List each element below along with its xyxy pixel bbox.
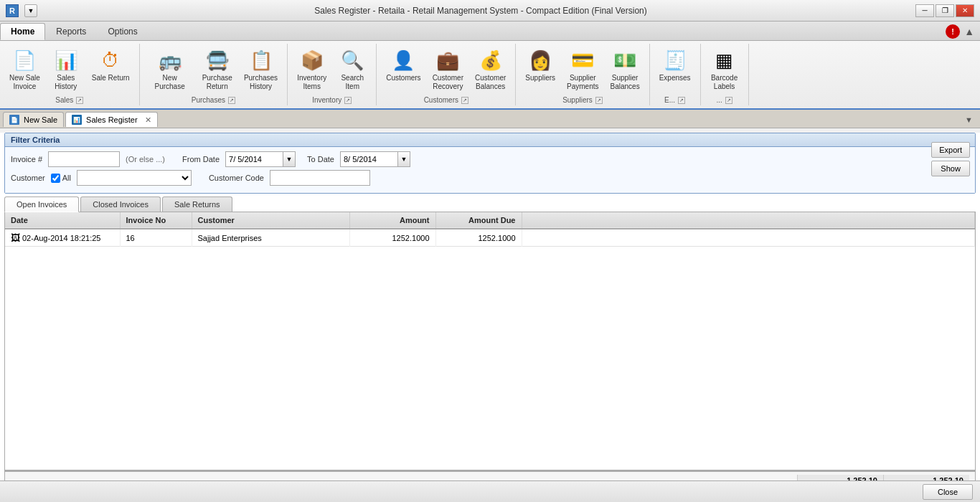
ribbon-group-customers: 👤 Customers 💼 CustomerRecovery 💰 Custome… <box>377 44 516 105</box>
col-header-date: Date <box>5 212 120 229</box>
from-date-picker-btn[interactable]: ▼ <box>283 151 296 167</box>
title-bar: R ▼ Sales Register - Retaila - Retail Ma… <box>0 0 980 22</box>
supplier-balances-icon: 💵 <box>613 49 636 72</box>
tab-sale-returns[interactable]: Sale Returns <box>162 196 232 212</box>
doc-tab-sales-register-icon: 📊 <box>72 115 82 125</box>
cell-extra <box>522 229 975 247</box>
ribbon-collapse-btn[interactable]: ▲ <box>964 26 974 37</box>
invoice-input[interactable] <box>48 151 120 167</box>
inventory-group-label: Inventory ↗ <box>312 96 352 104</box>
purchase-return-btn[interactable]: 🚍 PurchaseReturn <box>197 45 237 95</box>
sale-return-icon: ⏱ <box>99 49 122 72</box>
doc-tab-sales-register[interactable]: 📊 Sales Register ✕ <box>65 112 158 127</box>
customer-code-input[interactable] <box>270 170 370 186</box>
ribbon-group-barcode: ▦ BarcodeLabels ... ↗ <box>701 44 749 105</box>
ribbon-group-sales: 📄 New SaleInvoice 📊 SalesHistory ⏱ Sale … <box>0 44 140 105</box>
close-window-button[interactable]: ✕ <box>956 4 974 17</box>
ribbon-group-purchases: 🚌 New Purchase 🚍 PurchaseReturn 📋 Purcha… <box>140 44 288 105</box>
to-date-input[interactable] <box>340 151 397 167</box>
expenses-expand-icon[interactable]: ↗ <box>678 97 685 104</box>
row-icon: 🖼 <box>11 232 20 243</box>
customer-recovery-btn[interactable]: 💼 CustomerRecovery <box>428 45 468 95</box>
restore-button[interactable]: ❐ <box>936 4 954 17</box>
doc-tabs-dropdown[interactable]: ▼ <box>961 114 977 126</box>
inventory-items-btn[interactable]: 📦 InventoryItems <box>292 45 331 95</box>
main-content: Filter Criteria Invoice # (Or else ...) … <box>0 133 980 490</box>
ribbon-tab-bar: Home Reports Options ! ▲ <box>0 22 980 41</box>
tab-reports[interactable]: Reports <box>45 23 97 40</box>
tab-open-invoices[interactable]: Open Invoices <box>4 196 79 212</box>
tab-options[interactable]: Options <box>97 23 148 40</box>
new-purchase-icon: 🚌 <box>159 49 182 72</box>
expenses-btn[interactable]: 🧾 Expenses <box>654 45 696 86</box>
sale-return-label: Sale Return <box>92 74 130 82</box>
purchases-history-icon: 📋 <box>250 49 273 72</box>
barcode-group-items: ▦ BarcodeLabels <box>705 45 744 95</box>
purchases-expand-icon[interactable]: ↗ <box>228 97 235 104</box>
to-date-picker-btn[interactable]: ▼ <box>397 151 410 167</box>
cell-customer: Sajjad Enterprises <box>192 229 349 247</box>
all-checkbox[interactable] <box>51 174 60 183</box>
doc-tab-sales-register-label: Sales Register <box>86 115 138 124</box>
sales-history-btn[interactable]: 📊 SalesHistory <box>47 45 85 95</box>
col-header-amount: Amount <box>349 212 435 229</box>
customer-code-label: Customer Code <box>209 174 264 182</box>
col-header-extra <box>522 212 975 229</box>
supplier-payments-label: SupplierPayments <box>567 74 598 91</box>
sales-history-label: SalesHistory <box>55 74 77 91</box>
sale-return-btn[interactable]: ⏱ Sale Return <box>87 45 135 86</box>
customers-btn[interactable]: 👤 Customers <box>381 45 425 86</box>
customers-expand-icon[interactable]: ↗ <box>461 97 468 104</box>
sales-expand-icon[interactable]: ↗ <box>76 97 83 104</box>
new-purchase-label: New Purchase <box>149 74 191 91</box>
new-sale-invoice-label: New SaleInvoice <box>9 74 40 91</box>
tab-closed-invoices[interactable]: Closed Invoices <box>80 196 161 212</box>
data-tabs: Open Invoices Closed Invoices Sale Retur… <box>4 196 976 212</box>
bottom-bar: Close <box>0 480 980 502</box>
barcode-labels-btn[interactable]: ▦ BarcodeLabels <box>705 45 744 95</box>
close-button[interactable]: Close <box>923 484 973 500</box>
suppliers-expand-icon[interactable]: ↗ <box>595 97 603 104</box>
barcode-labels-icon: ▦ <box>713 49 736 72</box>
supplier-balances-btn[interactable]: 💵 SupplierBalances <box>606 45 645 95</box>
invoice-label: Invoice # <box>11 155 42 164</box>
export-button[interactable]: Export <box>931 142 970 158</box>
all-label: All <box>62 174 71 182</box>
table-header: Date Invoice No Customer Amount Amount D… <box>5 212 975 229</box>
suppliers-btn[interactable]: 👩 Suppliers <box>520 45 560 86</box>
inventory-group-items: 📦 InventoryItems 🔍 SearchItem <box>292 45 372 95</box>
tab-home[interactable]: Home <box>0 23 45 40</box>
sales-history-icon: 📊 <box>55 49 77 72</box>
app-icon: R <box>6 4 19 17</box>
search-item-btn[interactable]: 🔍 SearchItem <box>333 45 372 95</box>
barcode-expand-icon[interactable]: ↗ <box>725 97 732 104</box>
supplier-payments-btn[interactable]: 💳 SupplierPayments <box>562 45 603 95</box>
customer-balances-btn[interactable]: 💰 CustomerBalances <box>470 45 511 95</box>
invoices-table: Date Invoice No Customer Amount Amount D… <box>5 212 975 247</box>
inventory-expand-icon[interactable]: ↗ <box>344 97 352 104</box>
filter-panel: Filter Criteria Invoice # (Or else ...) … <box>4 133 976 194</box>
suppliers-label: Suppliers <box>525 74 555 82</box>
doc-tab-new-sale-label: New Sale <box>24 115 57 124</box>
document-tab-bar: 📄 New Sale 📊 Sales Register ✕ ▼ <box>0 110 980 128</box>
filter-criteria-title: Filter Criteria <box>5 133 975 147</box>
suppliers-icon: 👩 <box>529 49 552 72</box>
purchases-history-btn[interactable]: 📋 PurchasesHistory <box>239 45 283 95</box>
show-button[interactable]: Show <box>931 161 970 176</box>
purchase-return-icon: 🚍 <box>206 49 229 72</box>
expenses-icon: 🧾 <box>664 49 687 72</box>
from-date-input[interactable] <box>225 151 283 167</box>
quick-access-btn-1[interactable]: ▼ <box>24 4 37 17</box>
table-row[interactable]: 🖼 02-Aug-2014 18:21:25 16 Sajjad Enterpr… <box>5 229 975 247</box>
expenses-group-items: 🧾 Expenses <box>654 45 696 95</box>
doc-tab-new-sale[interactable]: 📄 New Sale <box>3 112 64 127</box>
minimize-button[interactable]: ─ <box>915 4 934 17</box>
doc-tab-sales-register-close[interactable]: ✕ <box>145 115 151 125</box>
or-else-label: (Or else ...) <box>126 155 165 164</box>
customer-recovery-label: CustomerRecovery <box>433 74 463 91</box>
customer-select[interactable] <box>77 170 192 186</box>
window-title: Sales Register - Retaila - Retail Manage… <box>46 6 915 16</box>
new-purchase-btn[interactable]: 🚌 New Purchase <box>144 45 196 95</box>
search-item-icon: 🔍 <box>341 49 364 72</box>
new-sale-invoice-btn[interactable]: 📄 New SaleInvoice <box>4 45 45 95</box>
